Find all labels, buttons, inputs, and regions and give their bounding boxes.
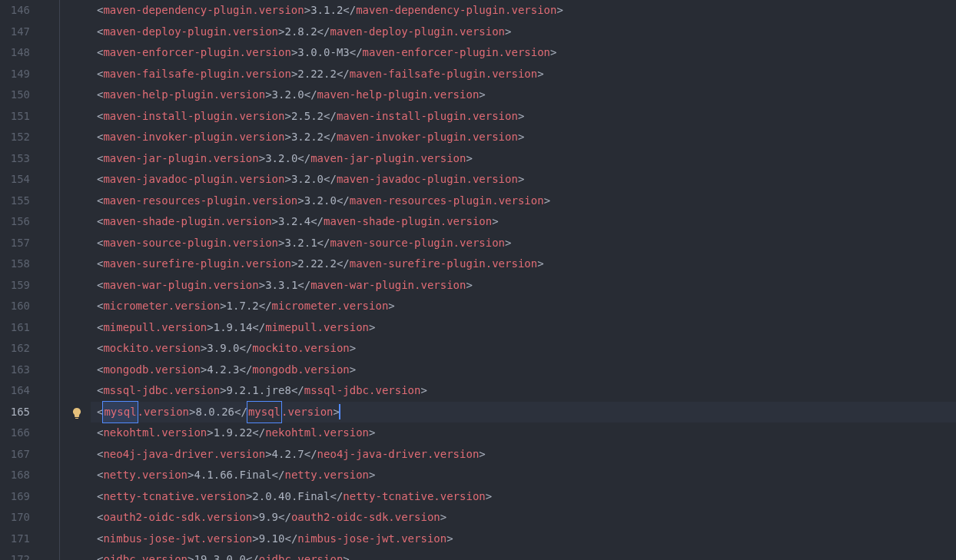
code-line[interactable]: <maven-shade-plugin.version>3.2.4</maven…: [91, 211, 956, 233]
code-line[interactable]: <maven-source-plugin.version>3.2.1</mave…: [91, 233, 956, 254]
code-line[interactable]: <netty-tcnative.version>2.0.40.Final</ne…: [91, 486, 956, 508]
line-number: 147: [0, 22, 53, 43]
lightbulb-icon[interactable]: [71, 405, 83, 426]
text-cursor: [339, 404, 340, 419]
code-line[interactable]: <maven-javadoc-plugin.version>3.2.0</mav…: [91, 169, 956, 191]
xml-value: 4.1.66.Final: [194, 465, 271, 486]
xml-value: 2.22.2: [297, 64, 337, 85]
xml-tag-close: nekohtml.version: [265, 422, 369, 444]
xml-value: 2.22.2: [297, 253, 337, 275]
xml-value: 8.0.26: [195, 402, 234, 423]
xml-value: 4.2.7: [272, 444, 304, 466]
line-number: 163: [0, 360, 53, 381]
code-line[interactable]: <maven-war-plugin.version>3.3.1</maven-w…: [91, 275, 956, 297]
xml-tag-open: netty-tcnative.version: [103, 486, 245, 508]
xml-tag-open: maven-failsafe-plugin.version: [103, 64, 290, 85]
line-number: 165: [0, 402, 53, 423]
code-line[interactable]: <maven-resources-plugin.version>3.2.0</m…: [91, 191, 956, 212]
xml-tag-open: maven-invoker-plugin.version: [103, 127, 284, 148]
xml-tag-open: maven-enforcer-plugin.version: [103, 42, 290, 64]
code-line[interactable]: <mongodb.version>4.2.3</mongodb.version>: [91, 360, 956, 381]
code-line[interactable]: <mockito.version>3.9.0</mockito.version>: [91, 338, 956, 360]
code-line[interactable]: <neo4j-java-driver.version>4.2.7</neo4j-…: [91, 444, 956, 466]
code-line[interactable]: <netty.version>4.1.66.Final</netty.versi…: [91, 465, 956, 486]
xml-tag-close: mongodb.version: [252, 360, 349, 381]
xml-tag-close: micrometer.version: [272, 296, 389, 317]
line-number: 171: [0, 529, 53, 550]
code-line[interactable]: <maven-enforcer-plugin.version>3.0.0-M3<…: [91, 42, 956, 64]
xml-tag-open: maven-war-plugin.version: [103, 275, 258, 297]
xml-tag-open: maven-javadoc-plugin.version: [103, 169, 284, 191]
xml-tag-open: mssql-jdbc.version: [103, 380, 220, 402]
line-number: 162: [0, 338, 53, 360]
code-line[interactable]: <maven-jar-plugin.version>3.2.0</maven-j…: [91, 148, 956, 170]
xml-tag-close: netty-tcnative.version: [343, 486, 485, 508]
xml-tag-open: nimbus-jose-jwt.version: [103, 529, 252, 550]
line-number: 156: [0, 211, 53, 233]
line-number: 161: [0, 317, 53, 339]
line-number: 169: [0, 486, 53, 508]
code-line[interactable]: <nimbus-jose-jwt.version>9.10</nimbus-jo…: [91, 529, 956, 550]
xml-tag-close: ojdbc.version: [259, 549, 344, 560]
xml-value: 3.2.4: [278, 211, 310, 233]
line-number: 154: [0, 169, 53, 191]
xml-tag-close: maven-deploy-plugin.version: [330, 22, 505, 43]
line-number-gutter: 1461471481491501511521531541551561571581…: [0, 0, 60, 560]
xml-tag-close: maven-help-plugin.version: [317, 84, 480, 106]
code-line[interactable]: <maven-invoker-plugin.version>3.2.2</mav…: [91, 127, 956, 148]
code-line[interactable]: <mysql.version>8.0.26</mysql.version>: [91, 402, 956, 423]
line-number: 168: [0, 465, 53, 486]
code-line[interactable]: <maven-dependency-plugin.version>3.1.2</…: [91, 0, 956, 22]
xml-value: 1.9.14: [214, 317, 253, 339]
xml-tag-close: maven-source-plugin.version: [330, 233, 505, 254]
code-line[interactable]: <maven-surefire-plugin.version>2.22.2</m…: [91, 253, 956, 275]
xml-tag-close: mockito.version: [252, 338, 349, 360]
line-number: 151: [0, 106, 53, 128]
xml-tag-close: maven-jar-plugin.version: [310, 148, 466, 170]
xml-tag-open: mimepull.version: [103, 317, 207, 339]
code-line[interactable]: <maven-install-plugin.version>2.5.2</mav…: [91, 106, 956, 128]
xml-value: 2.8.2: [284, 22, 317, 43]
line-number: 150: [0, 84, 53, 106]
code-line[interactable]: <mssql-jdbc.version>9.2.1.jre8</mssql-jd…: [91, 380, 956, 402]
line-number: 157: [0, 233, 53, 254]
xml-tag-open: maven-source-plugin.version: [103, 233, 278, 254]
line-number: 164: [0, 380, 53, 402]
xml-tag-open: maven-install-plugin.version: [103, 106, 284, 128]
xml-tag-close: maven-resources-plugin.version: [350, 191, 544, 212]
line-number: 158: [0, 253, 53, 275]
xml-tag-close: maven-failsafe-plugin.version: [350, 64, 537, 85]
code-line[interactable]: <micrometer.version>1.7.2</micrometer.ve…: [91, 296, 956, 317]
xml-value: 3.0.0-M3: [297, 42, 349, 64]
editor-margin: [60, 0, 91, 560]
xml-tag-close: maven-javadoc-plugin.version: [337, 169, 518, 191]
code-line[interactable]: <nekohtml.version>1.9.22</nekohtml.versi…: [91, 422, 956, 444]
code-editor[interactable]: 1461471481491501511521531541551561571581…: [0, 0, 956, 560]
code-line[interactable]: <oauth2-oidc-sdk.version>9.9</oauth2-oid…: [91, 507, 956, 529]
xml-value: 1.9.22: [214, 422, 253, 444]
code-line[interactable]: <mimepull.version>1.9.14</mimepull.versi…: [91, 317, 956, 339]
xml-tag-open: maven-help-plugin.version: [103, 84, 265, 106]
line-number: 167: [0, 444, 53, 466]
xml-value: 9.9: [259, 507, 278, 529]
xml-value: 3.2.1: [284, 233, 317, 254]
xml-value: 4.2.3: [207, 360, 239, 381]
xml-value: 3.9.0: [207, 338, 239, 360]
xml-value: 3.1.2: [310, 0, 343, 22]
code-line[interactable]: <maven-deploy-plugin.version>2.8.2</mave…: [91, 22, 956, 43]
code-line[interactable]: <maven-failsafe-plugin.version>2.22.2</m…: [91, 64, 956, 85]
xml-tag-close: .version: [281, 402, 333, 423]
xml-tag-open: mockito.version: [103, 338, 200, 360]
xml-tag-close: maven-enforcer-plugin.version: [363, 42, 550, 64]
xml-tag-close: mimepull.version: [265, 317, 369, 339]
xml-tag-open: maven-surefire-plugin.version: [103, 253, 290, 275]
xml-value: 2.5.2: [291, 106, 324, 128]
xml-tag-close: maven-install-plugin.version: [337, 106, 518, 128]
code-line[interactable]: <ojdbc.version>19.3.0.0</ojdbc.version>: [91, 549, 956, 560]
line-number: 152: [0, 127, 53, 148]
xml-value: 2.0.40.Final: [252, 486, 330, 508]
code-area[interactable]: <maven-dependency-plugin.version>3.1.2</…: [91, 0, 956, 560]
code-line[interactable]: <maven-help-plugin.version>3.2.0</maven-…: [91, 84, 956, 106]
xml-tag-open: maven-shade-plugin.version: [103, 211, 271, 233]
xml-value: 3.2.0: [265, 148, 297, 170]
